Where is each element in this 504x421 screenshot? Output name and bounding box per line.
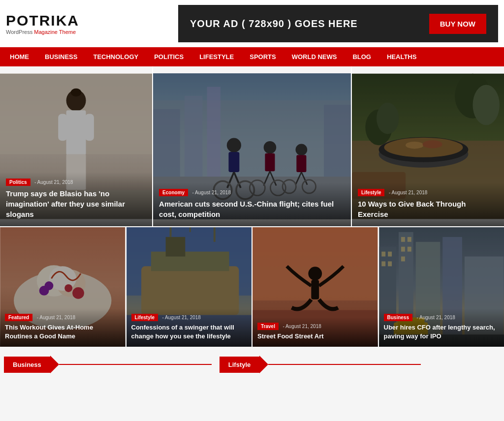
article-4-caption: Featured - August 21, 2018 This Workout …	[0, 308, 126, 347]
article-2-date: - August 21, 2018	[192, 190, 231, 195]
article-1-caption: Politics - August 21, 2018 Trump says de…	[0, 172, 152, 226]
nav-lifestyle[interactable]: LIFESTYLE	[191, 47, 242, 66]
article-4-date: - August 21, 2018	[37, 315, 75, 320]
section-headers: Business Lifstyle	[0, 356, 504, 373]
article-6-tag: Travel	[257, 323, 279, 330]
article-3-title: 10 Ways to Give Back Through Exercise	[358, 199, 498, 219]
article-5-tag: Lifestyle	[131, 314, 158, 321]
section-business-header: Business	[4, 356, 212, 373]
logo-tagline: WordPress Magazine Theme	[6, 29, 79, 35]
section-lifestyle-label: Lifstyle	[220, 357, 260, 373]
article-4-title: This Workout Gives At-Home Routines a Go…	[5, 323, 121, 341]
article-6[interactable]: Travel - August 21, 2018 Street Food Str…	[252, 226, 378, 347]
article-6-date: - August 21, 2018	[283, 324, 321, 329]
nav-home[interactable]: HOME	[2, 47, 37, 66]
main-nav: HOME BUSINESS TECHNOLOGY POLITICS LIFEST…	[0, 47, 504, 66]
top-grid: Politics - August 21, 2018 Trump says de…	[0, 66, 504, 226]
article-6-title: Street Food Street Art	[257, 332, 373, 341]
nav-worldnews[interactable]: WORLD NEWS	[284, 47, 345, 66]
article-7[interactable]: Business - August 21, 2018 Uber hires CF…	[378, 226, 504, 347]
article-2-caption: Economy - August 21, 2018 American cuts …	[153, 182, 351, 226]
section-business-arrow	[50, 356, 59, 373]
article-6-caption: Travel - August 21, 2018 Street Food Str…	[252, 317, 378, 347]
article-3[interactable]: Lifestyle - August 21, 2018 10 Ways to G…	[352, 66, 504, 226]
article-4-tag: Featured	[5, 314, 32, 321]
article-7-caption: Business - August 21, 2018 Uber hires CF…	[379, 308, 504, 347]
header: POTRIKA WordPress Magazine Theme YOUR AD…	[0, 0, 504, 47]
article-7-tag: Business	[384, 314, 412, 321]
article-1-tag: Politics	[6, 179, 31, 186]
nav-technology[interactable]: TECHNOLOGY	[85, 47, 146, 66]
tagline-prefix: WordPress	[6, 29, 34, 35]
article-1[interactable]: Politics - August 21, 2018 Trump says de…	[0, 66, 152, 226]
section-business-label: Business	[4, 357, 50, 373]
nav-blog[interactable]: BLOG	[345, 47, 379, 66]
ad-text: YOUR AD ( 728x90 ) GOES HERE	[190, 18, 358, 30]
article-5-caption: Lifestyle - August 21, 2018 Confessions …	[126, 308, 252, 347]
article-1-title: Trump says de Blasio has 'no imagination…	[6, 188, 146, 219]
nav-sports[interactable]: SPORTS	[242, 47, 284, 66]
article-4[interactable]: Featured - August 21, 2018 This Workout …	[0, 226, 126, 347]
logo-title: POTRIKA	[6, 12, 79, 29]
tagline-suffix: Magazine Theme	[34, 29, 76, 35]
article-2[interactable]: Economy - August 21, 2018 American cuts …	[152, 66, 352, 226]
bottom-grid: Featured - August 21, 2018 This Workout …	[0, 226, 504, 347]
article-7-title: Uber hires CFO after lengthy search, pav…	[384, 323, 500, 341]
article-1-date: - August 21, 2018	[34, 180, 73, 185]
section-lifestyle-line	[268, 364, 421, 365]
article-7-date: - August 21, 2018	[416, 315, 455, 320]
article-3-tag: Lifestyle	[358, 189, 385, 196]
nav-politics[interactable]: POLITICS	[146, 47, 191, 66]
article-5-title: Confessions of a swinger that will chang…	[131, 323, 247, 341]
article-5[interactable]: Lifestyle - August 21, 2018 Confessions …	[126, 226, 252, 347]
article-2-tag: Economy	[159, 189, 188, 196]
section-lifestyle-header: Lifstyle	[220, 356, 421, 373]
section-lifestyle-arrow	[259, 356, 268, 373]
nav-healths[interactable]: HEALTHS	[379, 47, 424, 66]
section-business-line	[59, 364, 212, 365]
article-3-date: - August 21, 2018	[389, 190, 427, 195]
article-3-caption: Lifestyle - August 21, 2018 10 Ways to G…	[352, 182, 504, 226]
ad-buy-button[interactable]: BUY NOW	[429, 14, 486, 34]
nav-business[interactable]: BUSINESS	[37, 47, 85, 66]
ad-banner: YOUR AD ( 728x90 ) GOES HERE BUY NOW	[178, 5, 498, 42]
article-5-date: - August 21, 2018	[162, 315, 201, 320]
article-2-title: American cuts second U.S.-China flight; …	[159, 199, 345, 219]
logo-area: POTRIKA WordPress Magazine Theme	[6, 12, 79, 35]
